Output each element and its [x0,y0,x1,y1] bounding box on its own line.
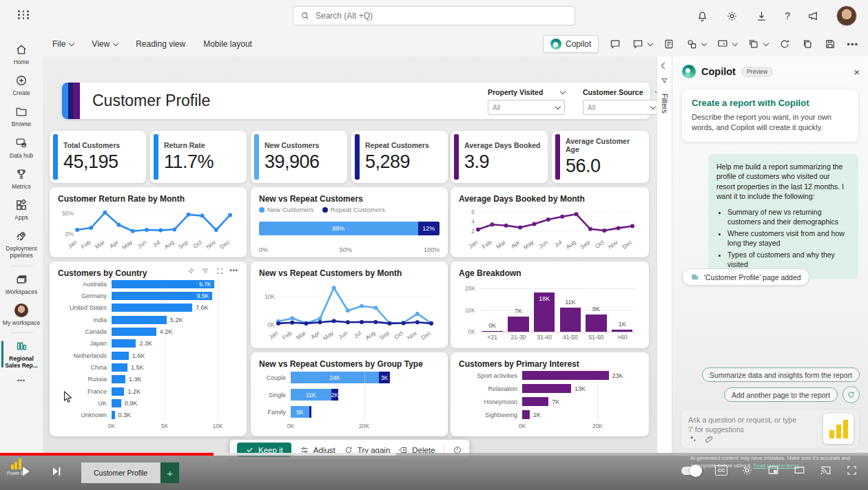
kpi-new-customers[interactable]: New Customers39,906 [251,131,347,183]
page-tab-customer-profile[interactable]: Customer Profile [81,462,161,483]
visual-average-days-booked-by-month[interactable]: Average Days Booked by Month 246JanFebMa… [451,187,649,257]
expand-pane-icon[interactable] [661,63,668,70]
visual-return-rate-by-month[interactable]: Customer Return Rate by Month 0%50%JanFe… [50,187,247,257]
data-point[interactable] [560,215,564,219]
file-menu[interactable]: File [52,39,74,49]
sidebar-item-create[interactable]: Create [0,70,43,100]
customer-source-dropdown[interactable]: All [583,100,660,115]
feedback-megaphone-icon[interactable] [807,10,820,23]
data-point[interactable] [346,320,350,324]
waffle-menu-icon[interactable] [18,10,30,19]
data-point[interactable] [373,320,378,324]
data-point[interactable] [476,228,480,232]
kpi-average-days-booked[interactable]: Average Days Booked3.9 [451,131,548,183]
bar[interactable] [112,411,115,419]
data-point[interactable] [504,224,508,228]
mobile-layout-button[interactable]: Mobile layout [203,39,252,49]
bar[interactable] [522,410,530,419]
search-input[interactable]: Search (Alt +Q) [293,6,575,25]
comment-icon[interactable] [609,38,621,50]
reading-view-button[interactable]: Reading view [136,39,185,49]
visual-age-breakdown[interactable]: Age Breakdown 0K10K20K0K<217K21-3018K31-… [451,262,649,348]
data-point[interactable] [290,321,294,325]
suggestion-add-page[interactable]: Add another page to the report [724,387,838,402]
bar[interactable] [112,399,121,407]
close-icon[interactable]: × [854,66,860,78]
data-point[interactable] [602,228,606,233]
data-point[interactable] [304,321,308,326]
data-point[interactable] [103,211,107,215]
copilot-button[interactable]: Copilot [543,35,599,53]
download-icon[interactable] [755,10,768,23]
kpi-average-customer-age[interactable]: Average Customer Age56.0 [552,131,649,183]
data-point[interactable] [318,320,322,324]
settings-icon[interactable] [725,10,738,23]
bar[interactable] [112,387,124,396]
view-menu[interactable]: View [92,39,118,49]
legend-item[interactable]: Repeat Customers [322,206,385,213]
data-point[interactable] [89,226,93,230]
focus-mode-icon[interactable] [216,267,224,275]
suggestion-summarize[interactable]: Summarize data and insights form the rep… [702,368,860,382]
kpi-repeat-customers[interactable]: Repeat Customers5,289 [351,131,448,183]
sidebar-item-metrics[interactable]: Metrics [0,163,43,194]
data-point[interactable] [415,320,420,324]
sidebar-item-deployment-pipelines[interactable]: Deployment pipelines [0,225,43,263]
visual-customers-by-country[interactable]: Customers by Country ••• Australia9.7KGe… [50,262,247,436]
data-point[interactable] [533,222,537,226]
data-point[interactable] [318,317,322,321]
sidebar-item-home[interactable]: Home [0,39,43,70]
data-point[interactable] [429,321,433,326]
data-point[interactable] [588,227,592,231]
visual-new-vs-repeat[interactable]: New vs Repeat Customers New CustomersRep… [251,187,448,257]
data-point[interactable] [518,226,522,230]
data-point[interactable] [373,306,378,310]
sidebar-item-workspaces[interactable]: Workspaces [0,268,43,299]
bar[interactable] [112,339,136,348]
bar[interactable] [522,384,571,393]
bar[interactable]: 9.7K [112,280,214,288]
data-point[interactable] [158,228,163,233]
data-point[interactable] [228,213,232,217]
data-point[interactable] [346,308,350,312]
visuals-icon[interactable] [685,38,706,50]
notes-icon[interactable] [663,38,675,50]
refresh-icon[interactable] [778,38,791,50]
visual-new-vs-repeat-by-group-type[interactable]: New vs Repeat Customers by Group Type Co… [251,352,448,436]
column[interactable] [508,317,528,332]
sidebar-item-data-hub[interactable]: Data hub [0,132,43,163]
cast-icon[interactable] [819,464,832,477]
data-point[interactable] [546,217,550,222]
bar[interactable] [112,303,192,312]
data-point[interactable] [402,321,406,326]
data-point[interactable] [332,319,336,323]
data-point[interactable] [172,227,176,231]
bar[interactable] [112,316,167,324]
data-point[interactable] [388,321,392,326]
bar[interactable] [522,397,548,406]
data-point[interactable] [360,304,364,308]
miniplayer-icon[interactable] [767,464,780,477]
data-point[interactable] [214,228,218,232]
chat-in-teams-icon[interactable] [632,38,652,50]
data-point[interactable] [276,321,280,326]
bar[interactable] [112,352,129,360]
data-point[interactable] [575,212,579,216]
pin-icon[interactable] [187,267,195,275]
sidebar-more-icon[interactable]: ••• [0,373,43,388]
help-icon[interactable]: ? [785,10,790,21]
data-point[interactable] [187,213,191,217]
kpi-return-rate[interactable]: Return Rate11.7% [150,131,247,183]
fullscreen-icon[interactable] [845,464,858,477]
sidebar-item-browse[interactable]: Browse [0,100,43,131]
page-added-chip[interactable]: 'Customer Profile' page added [682,268,809,286]
visual-new-vs-repeat-by-month[interactable]: New vs Repeat Customers by Month 0K10KJa… [251,262,448,348]
property-visited-dropdown[interactable]: All [488,100,565,115]
chevron-down-icon[interactable] [560,88,566,94]
copilot-input[interactable]: Ask a question or request, or type '/' f… [681,409,860,449]
bar[interactable]: 9.5K [112,292,212,300]
kpi-total-customers[interactable]: Total Customers45,195 [50,131,146,183]
bar[interactable] [112,328,156,336]
column[interactable] [482,331,503,332]
new-page-icon[interactable] [747,38,768,50]
